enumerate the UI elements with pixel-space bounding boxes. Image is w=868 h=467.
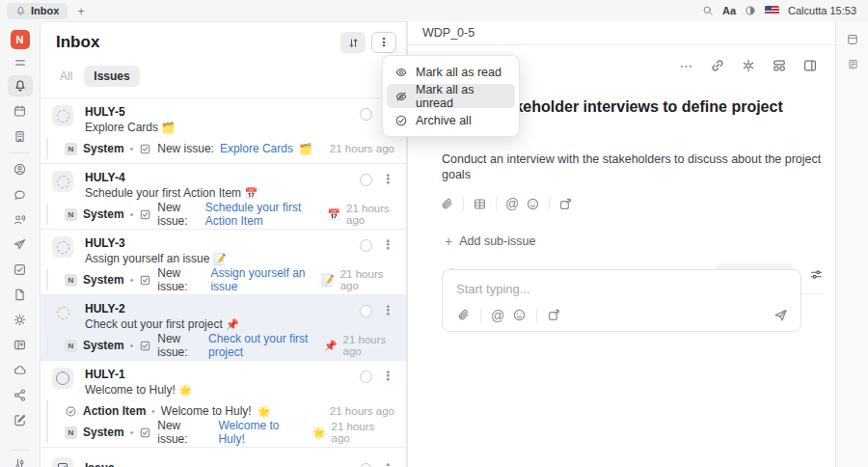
read-toggle[interactable] <box>360 305 372 317</box>
notification-row[interactable]: N System • New issue: Schedule your firs… <box>65 204 406 225</box>
theme-contrast-icon[interactable] <box>745 5 756 16</box>
notification-row[interactable]: N System • New issue: Assign yourself an… <box>65 269 406 290</box>
app-sidebar: N <box>0 21 40 467</box>
sort-button[interactable] <box>340 32 366 53</box>
notification-action: New issue: <box>157 266 204 293</box>
layout-button[interactable] <box>768 54 791 77</box>
issue-check-icon <box>139 426 151 439</box>
sidebar-item-achievements[interactable] <box>13 313 27 327</box>
sidebar-item-mail[interactable] <box>13 237 27 252</box>
new-tab-button[interactable]: + <box>77 5 85 17</box>
language-flag-icon[interactable] <box>765 6 779 15</box>
menu-item-archive-all[interactable]: Archive all <box>387 108 515 132</box>
sidebar-item-drive[interactable] <box>13 363 27 377</box>
embed-media-icon[interactable] <box>558 197 573 211</box>
add-sub-issue-label: Add sub-issue <box>459 234 535 248</box>
table-icon[interactable] <box>473 197 487 211</box>
sidebar-item-cards[interactable] <box>13 338 27 352</box>
attachment-paperclip-icon[interactable] <box>440 197 454 211</box>
sidebar-item-chat[interactable] <box>13 187 27 202</box>
inbox-group-huly-1[interactable]: HULY-1 Welcome to Huly! 🌟 ⋮ Action Item … <box>41 361 406 448</box>
comment-box[interactable]: @ <box>442 269 801 332</box>
plus-icon: + <box>445 234 452 248</box>
issue-title: Schedule your first Action Item <box>85 186 241 200</box>
issue-link[interactable]: Explore Cards <box>220 142 293 155</box>
add-sub-issue-button[interactable]: + Add sub-issue <box>445 234 835 248</box>
sidebar-item-contacts[interactable] <box>13 162 27 177</box>
activity-filter-icon[interactable] <box>809 267 824 282</box>
sidebar-item-hr[interactable] <box>13 212 27 227</box>
copy-link-button[interactable] <box>706 54 729 77</box>
sidebar-item-inbox[interactable] <box>8 75 33 96</box>
bullet: • <box>130 275 134 286</box>
issue-id: HULY-2 <box>85 302 360 316</box>
read-toggle[interactable] <box>360 371 372 383</box>
read-toggle[interactable] <box>360 463 372 467</box>
inbox-group-huly-5[interactable]: HULY-5 Explore Cards 🗂️ ⋮ N System • New… <box>41 98 406 164</box>
kebab-menu-icon[interactable]: ⋮ <box>382 237 394 252</box>
issue-link[interactable]: Schedule your first Action Item <box>205 201 322 228</box>
issue-reference[interactable]: WDP_0-5 <box>422 26 475 40</box>
layout-grid-icon <box>772 58 787 73</box>
kebab-menu-icon[interactable]: ⋮ <box>382 461 394 467</box>
main-menu-icon[interactable] <box>14 56 27 69</box>
menu-item-mark-all-unread[interactable]: Mark all as unread <box>387 84 515 108</box>
document-widget-icon[interactable] <box>847 58 859 70</box>
inbox-more-button[interactable]: ⋮ <box>371 32 396 53</box>
workspace-logo[interactable]: N <box>11 30 30 49</box>
issue-title: Assign yourself an issue <box>85 252 209 265</box>
sidebar-item-office[interactable] <box>13 129 27 144</box>
side-panel-toggle[interactable] <box>799 54 822 77</box>
settings-button[interactable] <box>737 54 760 77</box>
issue-emoji: 📌 <box>324 341 338 351</box>
notification-text: Welcome to Huly! <box>161 404 252 418</box>
timestamp: 21 hours ago <box>343 334 395 357</box>
notification-row[interactable]: N System • New issue: Check out your fir… <box>65 335 406 356</box>
settings-sliders-icon[interactable] <box>13 457 27 467</box>
read-toggle[interactable] <box>360 239 372 252</box>
gear-icon <box>741 58 756 73</box>
notification-row[interactable]: N System • New issue: Welcome to Huly! 🌟… <box>65 422 406 443</box>
mention-at-icon[interactable]: @ <box>491 308 504 323</box>
tab-all[interactable]: All <box>54 66 78 87</box>
read-toggle[interactable] <box>360 174 372 186</box>
search-icon[interactable] <box>702 5 714 16</box>
backlog-status-icon <box>57 241 69 254</box>
issue-link[interactable]: Check out your first project <box>208 332 318 359</box>
emoji-smile-icon[interactable] <box>526 197 540 211</box>
issue-link[interactable]: Assign yourself an issue <box>210 266 315 293</box>
send-message-icon[interactable] <box>773 307 789 323</box>
inbox-group-huly-4[interactable]: HULY-4 Schedule your first Action Item 📅… <box>41 164 406 230</box>
kebab-menu-icon[interactable]: ⋮ <box>382 303 394 317</box>
sidebar-item-planner[interactable] <box>13 104 27 119</box>
notification-source: System <box>83 426 124 439</box>
workspace-tab-inbox[interactable]: Inbox <box>7 3 68 19</box>
inbox-group-huly-2[interactable]: HULY-2 Check out your first project 📌 ⋮ … <box>41 295 406 361</box>
planner-widget-icon[interactable] <box>846 33 859 46</box>
mention-at-icon[interactable]: @ <box>505 196 519 211</box>
kebab-menu-icon[interactable]: ⋮ <box>382 172 394 186</box>
sidebar-item-process[interactable] <box>13 388 27 402</box>
divider <box>480 309 481 322</box>
inbox-group-huly-3[interactable]: HULY-3 Assign yourself an issue 📝 ⋮ N Sy… <box>41 230 406 295</box>
inbox-more-menu: Mark all as read Mark all as unread Arch… <box>382 55 520 137</box>
sidebar-item-testing[interactable] <box>13 413 27 427</box>
issue-description[interactable]: Conduct an interview with the stakeholde… <box>442 151 822 182</box>
comment-input[interactable] <box>456 282 789 296</box>
issue-link[interactable]: Welcome to Huly! <box>218 419 306 446</box>
tab-issues[interactable]: Issues <box>84 66 139 87</box>
attachment-paperclip-icon[interactable] <box>456 308 471 322</box>
sidebar-item-documents[interactable] <box>13 288 27 302</box>
menu-item-mark-all-read[interactable]: Mark all as read <box>387 60 515 84</box>
emoji-smile-icon[interactable] <box>512 308 527 322</box>
timestamp: 21 hours ago <box>330 143 394 154</box>
notification-row[interactable]: N System • New issue: Explore Cards 🗂️ 2… <box>65 138 406 159</box>
kebab-menu-icon[interactable]: ⋮ <box>382 369 394 383</box>
font-size-button[interactable]: Aa <box>722 5 736 16</box>
read-toggle[interactable] <box>360 108 372 121</box>
issue-check-icon <box>139 274 151 287</box>
inbox-group-issue[interactable]: Issue ⋮ <box>41 448 406 467</box>
embed-media-icon[interactable] <box>547 308 561 322</box>
more-actions-button[interactable]: ⋯ <box>675 54 698 77</box>
sidebar-item-tracker[interactable] <box>13 262 27 277</box>
